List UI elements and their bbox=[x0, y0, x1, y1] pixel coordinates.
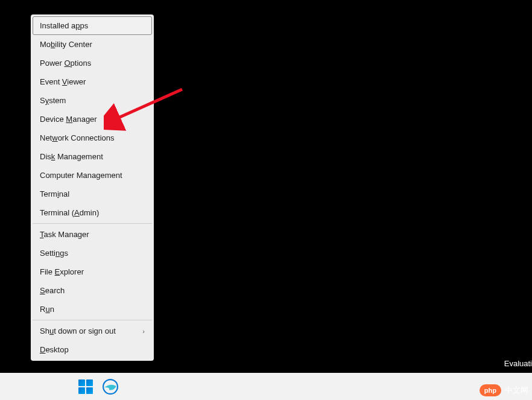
menu-item-run[interactable]: Run bbox=[33, 300, 152, 319]
chevron-right-icon: › bbox=[142, 328, 145, 335]
watermark-badge: php bbox=[480, 384, 501, 396]
winx-context-menu: Installed appsMobility CenterPower Optio… bbox=[31, 14, 154, 361]
menu-item-desktop[interactable]: Desktop bbox=[33, 340, 152, 359]
menu-item-network-connections[interactable]: Network Connections bbox=[33, 129, 152, 147]
menu-item-label: Network Connections bbox=[40, 133, 115, 142]
menu-item-label: System bbox=[40, 96, 66, 105]
menu-item-disk-management[interactable]: Disk Management bbox=[33, 147, 152, 166]
menu-item-label: Disk Management bbox=[40, 152, 103, 161]
menu-item-label: Mobility Center bbox=[40, 40, 92, 49]
menu-item-label: Event Viewer bbox=[40, 77, 86, 86]
menu-item-installed-apps[interactable]: Installed apps bbox=[33, 16, 152, 35]
edge-button[interactable] bbox=[103, 379, 118, 395]
menu-item-terminal[interactable]: Terminal bbox=[33, 185, 152, 203]
menu-item-search[interactable]: Search bbox=[33, 281, 152, 300]
menu-item-terminal-admin[interactable]: Terminal (Admin) bbox=[33, 203, 152, 222]
menu-item-label: Terminal (Admin) bbox=[40, 208, 99, 217]
menu-item-label: Shut down or sign out bbox=[40, 326, 116, 335]
menu-item-event-viewer[interactable]: Event Viewer bbox=[33, 72, 152, 91]
menu-item-label: Installed apps bbox=[40, 21, 88, 30]
menu-item-mobility-center[interactable]: Mobility Center bbox=[33, 35, 152, 54]
menu-item-shut-down[interactable]: Shut down or sign out› bbox=[33, 322, 152, 340]
menu-item-file-explorer[interactable]: File Explorer bbox=[33, 262, 152, 281]
menu-item-label: Settings bbox=[40, 249, 68, 258]
menu-item-label: Computer Management bbox=[40, 171, 122, 180]
evaluation-watermark: Evaluati bbox=[504, 359, 532, 368]
menu-item-label: Device Manager bbox=[40, 115, 97, 124]
menu-item-task-manager[interactable]: Task Manager bbox=[33, 225, 152, 244]
menu-item-label: Search bbox=[40, 286, 65, 295]
menu-item-label: Terminal bbox=[40, 189, 69, 198]
menu-divider bbox=[33, 320, 152, 320]
menu-item-label: Desktop bbox=[40, 345, 69, 354]
watermark-text: 中文网 bbox=[505, 385, 528, 396]
menu-item-power-options[interactable]: Power Options bbox=[33, 54, 152, 72]
menu-item-label: Run bbox=[40, 305, 54, 314]
site-watermark: php 中文网 bbox=[480, 384, 528, 396]
menu-item-label: Power Options bbox=[40, 59, 91, 68]
taskbar bbox=[0, 373, 532, 400]
start-button[interactable] bbox=[78, 379, 93, 394]
menu-item-device-manager[interactable]: Device Manager bbox=[33, 110, 152, 129]
menu-item-settings[interactable]: Settings bbox=[33, 244, 152, 262]
menu-divider bbox=[33, 223, 152, 224]
menu-item-label: Task Manager bbox=[40, 230, 89, 239]
menu-item-computer-management[interactable]: Computer Management bbox=[33, 166, 152, 185]
menu-item-label: File Explorer bbox=[40, 267, 84, 276]
menu-item-system[interactable]: System bbox=[33, 91, 152, 110]
